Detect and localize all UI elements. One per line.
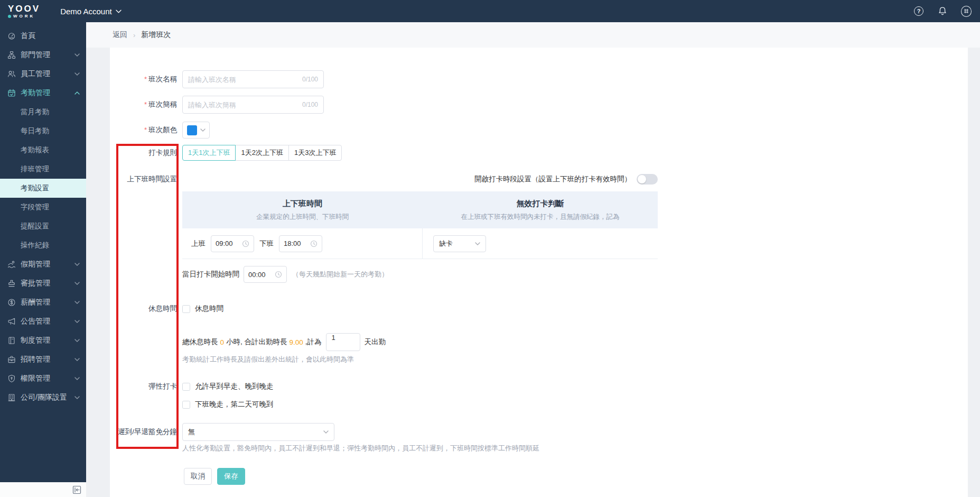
sidebar-item-reminder-settings[interactable]: 提醒設置 xyxy=(0,217,86,236)
day-start-time-input[interactable] xyxy=(244,266,287,283)
sidebar-item-month-attendance[interactable]: 當月考勤 xyxy=(0,103,86,122)
avatar[interactable] xyxy=(961,6,972,16)
sidebar-item-attendance-settings[interactable]: 考勤設置 xyxy=(0,179,86,198)
shift-name-input[interactable]: 0/100 xyxy=(182,70,324,88)
topbar: YOOV WORK Demo Account ? xyxy=(0,0,980,22)
sidebar-item-daily-attendance[interactable]: 每日考勤 xyxy=(0,122,86,141)
shift-name-label: *班次名稱 xyxy=(110,75,177,84)
shift-name-field[interactable] xyxy=(188,76,299,84)
char-counter: 0/100 xyxy=(302,101,318,108)
sidebar-item-payroll[interactable]: 薪酬管理 xyxy=(0,293,86,312)
logo-text-line2: WORK xyxy=(13,14,35,19)
summary-text: 小時, 合計出勤時長 xyxy=(226,337,287,347)
sidebar-item-recruitment[interactable]: 招聘管理 xyxy=(0,350,86,369)
flexible-option2-group[interactable]: 下班晚走，第二天可晚到 xyxy=(182,400,274,409)
clock-out-time-field[interactable] xyxy=(284,240,310,247)
sidebar-item-label: 考勤設置 xyxy=(21,183,80,193)
chevron-up-icon xyxy=(74,91,80,95)
clock-rule-option-3[interactable]: 1天3次上下班 xyxy=(288,145,342,161)
sidebar-item-label: 制度管理 xyxy=(21,336,74,345)
sidebar-item-company-settings[interactable]: 公司/團隊設置 xyxy=(0,388,86,407)
chevron-down-icon xyxy=(74,358,80,361)
sidebar-item-operation-log[interactable]: 操作紀錄 xyxy=(0,236,86,255)
clock-in-label: 上班 xyxy=(191,239,206,248)
rest-time-checkbox[interactable] xyxy=(182,305,190,313)
sidebar-item-approval[interactable]: 審批管理 xyxy=(0,274,86,293)
rest-time-checkbox-group[interactable]: 休息時間 xyxy=(182,304,223,314)
sidebar-item-label: 公告管理 xyxy=(21,317,74,326)
flexible-clock-row: 彈性打卡 允許早到早走、晚到晚走 xyxy=(110,382,968,391)
yoov-logo[interactable]: YOOV WORK xyxy=(0,4,40,19)
col-work-time-title: 上下班時間 xyxy=(283,199,322,209)
chevron-down-icon xyxy=(74,53,80,57)
sidebar-item-label: 薪酬管理 xyxy=(21,298,74,307)
flexible-option1-checkbox[interactable] xyxy=(182,383,190,391)
briefcase-icon xyxy=(7,355,16,364)
account-dropdown[interactable]: Demo Account xyxy=(60,7,122,16)
breadcrumb-separator: › xyxy=(133,31,135,39)
bell-icon[interactable] xyxy=(937,6,948,16)
day-start-time-field[interactable] xyxy=(248,271,275,279)
invalid-clock-select[interactable]: 缺卡 xyxy=(433,235,486,252)
clock-icon xyxy=(275,271,282,278)
table-header: 上下班時間 企業規定的上班時間、下班時間 無效打卡判斷 在上班或下班有效時間內未… xyxy=(182,191,658,228)
account-label: Demo Account xyxy=(60,7,112,16)
work-hours-value: 9.00 xyxy=(290,338,303,346)
shift-abbr-label: *班次簡稱 xyxy=(110,100,177,109)
sidebar-item-field-management[interactable]: 字段管理 xyxy=(0,198,86,217)
sidebar-item-label: 字段管理 xyxy=(21,203,80,212)
shield-icon xyxy=(7,374,16,383)
logo-dot-icon xyxy=(8,15,11,18)
cancel-button[interactable]: 取消 xyxy=(184,468,212,485)
sidebar-item-label: 操作紀錄 xyxy=(21,241,80,250)
exempt-minutes-row: 遲到/早退豁免分鐘 無 xyxy=(110,423,968,441)
flexible-option1-group[interactable]: 允許早到早走、晚到晚走 xyxy=(182,382,274,391)
help-icon[interactable]: ? xyxy=(913,6,924,16)
vacation-icon xyxy=(7,260,16,269)
sidebar-item-department[interactable]: 部門管理 xyxy=(0,45,86,65)
clock-rule-option-2[interactable]: 1天2次上下班 xyxy=(235,145,288,161)
save-button[interactable]: 保存 xyxy=(217,468,245,485)
sidebar-item-label: 排班管理 xyxy=(21,164,80,174)
exempt-minutes-select[interactable]: 無 xyxy=(182,423,334,441)
sidebar-item-home[interactable]: 首頁 xyxy=(0,26,86,45)
sidebar-item-policy[interactable]: 制度管理 xyxy=(0,331,86,350)
sidebar-item-label: 首頁 xyxy=(21,31,80,41)
sidebar-item-permission[interactable]: 權限管理 xyxy=(0,369,86,388)
sidebar-item-label: 部門管理 xyxy=(21,50,74,60)
sidebar: 首頁 部門管理 員工管理 考勤管理 xyxy=(0,22,86,497)
clock-out-time-input[interactable] xyxy=(279,235,322,252)
clock-in-time-input[interactable] xyxy=(211,235,254,252)
sidebar-item-shift-schedule[interactable]: 排班管理 xyxy=(0,160,86,179)
sidebar-item-label: 每日考勤 xyxy=(21,126,80,136)
flexible-option2-checkbox[interactable] xyxy=(182,401,190,409)
col-work-time-subtitle: 企業規定的上班時間、下班時間 xyxy=(256,213,349,222)
breadcrumb: 返回 › 新增班次 xyxy=(86,22,980,48)
sidebar-item-employee[interactable]: 員工管理 xyxy=(0,65,86,84)
summary-text: 總休息時長 xyxy=(182,337,218,347)
clock-period-toggle-label: 開啟打卡時段設置（設置上下班的打卡有效時間） xyxy=(474,174,631,184)
shift-abbr-field[interactable] xyxy=(188,101,299,109)
clock-rule-option-1[interactable]: 1天1次上下班 xyxy=(182,145,236,161)
collapse-sidebar-icon[interactable] xyxy=(72,485,81,494)
color-swatch xyxy=(187,125,197,135)
breadcrumb-back-link[interactable]: 返回 xyxy=(113,30,127,40)
chevron-down-icon xyxy=(200,128,206,132)
days-count-input[interactable] xyxy=(326,333,360,351)
action-buttons: 取消 保存 xyxy=(184,468,968,485)
required-asterisk: * xyxy=(144,100,147,108)
sidebar-item-holiday[interactable]: 假期管理 xyxy=(0,255,86,274)
sidebar-item-announcement[interactable]: 公告管理 xyxy=(0,312,86,331)
attendance-summary-row: 總休息時長 0 小時, 合計出勤時長 9.00 ,計為 天出勤 xyxy=(182,333,968,351)
summary-note: 考勤統計工作時長及請假出差外出統計，會以此時間為準 xyxy=(182,355,968,364)
clock-period-toggle[interactable] xyxy=(637,174,658,185)
days-count-field[interactable] xyxy=(332,334,354,342)
clock-in-time-field[interactable] xyxy=(216,240,242,247)
flexible-clock-row2: 下班晚走，第二天可晚到 xyxy=(110,400,968,409)
flexible-option1-label: 允許早到早走、晚到晚走 xyxy=(195,382,274,391)
color-picker-dropdown[interactable] xyxy=(182,122,210,139)
sidebar-item-attendance[interactable]: 考勤管理 xyxy=(0,84,86,103)
sidebar-item-attendance-report[interactable]: 考勤報表 xyxy=(0,141,86,160)
building-icon xyxy=(7,393,16,402)
shift-abbr-input[interactable]: 0/100 xyxy=(182,96,324,114)
